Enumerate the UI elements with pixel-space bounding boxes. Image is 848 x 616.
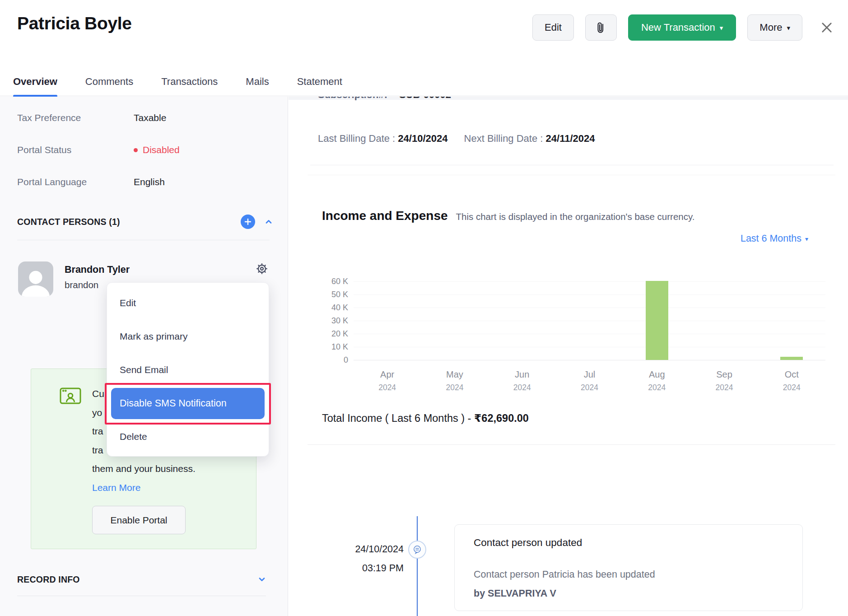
timeline-event-badge — [408, 541, 426, 559]
x-axis-tick-label: Oct2024 — [758, 369, 825, 392]
y-axis-tick-label: 50 K — [331, 290, 348, 299]
record-info-heading: RECORD INFO — [17, 574, 256, 585]
chevron-down-icon — [256, 574, 267, 585]
plus-icon — [244, 218, 252, 226]
x-axis-tick-label: Apr2024 — [354, 369, 421, 392]
chevron-down-icon: ▾ — [720, 24, 723, 31]
attachment-button[interactable] — [585, 14, 617, 41]
tabs-bar: OverviewCommentsTransactionsMailsStateme… — [0, 68, 848, 96]
expand-section-button[interactable] — [256, 574, 267, 585]
paperclip-icon — [594, 21, 608, 34]
portal-screen-icon — [59, 386, 82, 407]
record-info-header: RECORD INFO — [17, 574, 267, 585]
chevron-up-icon — [263, 216, 274, 227]
income-expense-header: Income and Expense This chart is display… — [322, 209, 694, 223]
y-axis-tick-label: 60 K — [331, 277, 348, 286]
subscription-row-clipped: Subscription#:SUB-00002 — [318, 97, 451, 101]
enable-portal-button[interactable]: Enable Portal — [92, 506, 186, 534]
gear-icon — [255, 262, 269, 275]
divider — [308, 444, 835, 445]
chart-range-dropdown[interactable]: Last 6 Months ▾ — [741, 233, 808, 244]
contact-person-settings-button[interactable] — [255, 262, 269, 275]
collapse-section-button[interactable] — [263, 216, 274, 227]
contact-persons-heading: CONTACT PERSONS (1) — [17, 217, 241, 227]
close-icon[interactable] — [819, 20, 834, 35]
detail-value: English — [134, 176, 165, 188]
detail-label: Tax Preference — [17, 112, 134, 124]
person-silhouette-icon — [18, 268, 53, 297]
detail-label: Portal Status — [17, 144, 134, 156]
income-expense-title: Income and Expense — [322, 209, 448, 223]
new-transaction-button[interactable]: New Transaction ▾ — [628, 14, 736, 41]
next-billing-value: 24/11/2024 — [546, 133, 595, 144]
tab-comments[interactable]: Comments — [85, 68, 133, 96]
x-axis-tick-label: Sep2024 — [690, 369, 758, 392]
chevron-down-icon: ▾ — [805, 236, 808, 242]
page-title: Patricia Boyle — [17, 14, 132, 33]
gridline — [354, 281, 825, 282]
more-button[interactable]: More ▾ — [747, 14, 802, 41]
subscription-value: SUB-00002 — [399, 97, 451, 100]
total-income-label: Total Income ( Last 6 Months ) - — [322, 412, 474, 424]
y-axis-tick-label: 40 K — [331, 303, 348, 313]
more-label: More — [759, 22, 782, 33]
detail-fields: Tax PreferenceTaxablePortal StatusDisabl… — [17, 112, 279, 208]
avatar — [18, 261, 53, 297]
divider — [308, 175, 835, 175]
menu-item-delete[interactable]: Delete — [107, 420, 269, 453]
timeline-event-title: Contact person updated — [474, 537, 582, 549]
menu-item-edit[interactable]: Edit — [107, 286, 269, 320]
gridline — [354, 360, 825, 360]
income-expense-subtitle: This chart is displayed in the organizat… — [456, 211, 695, 222]
chart-range-label: Last 6 Months — [741, 233, 801, 244]
subscription-label: Subscription#: — [318, 97, 387, 100]
comment-icon — [412, 544, 423, 555]
gridline — [354, 308, 825, 308]
tab-transactions[interactable]: Transactions — [161, 68, 218, 96]
tab-statement[interactable]: Statement — [297, 68, 342, 96]
menu-item-highlight[interactable]: Disable SMS Notification — [111, 388, 265, 419]
tab-mails[interactable]: Mails — [246, 68, 269, 96]
contact-person-context-menu: EditMark as primarySend EmailDisable SMS… — [107, 282, 269, 457]
menu-item-send-email[interactable]: Send Email — [107, 353, 269, 387]
x-axis-tick-label: Jul2024 — [556, 369, 623, 392]
new-transaction-label: New Transaction — [641, 22, 715, 33]
status-dot-icon — [134, 148, 138, 152]
detail-row-portal-status: Portal StatusDisabled — [17, 144, 279, 156]
chart-bar-oct-2024 — [780, 357, 803, 360]
detail-row-portal-language: Portal LanguageEnglish — [17, 176, 279, 188]
next-billing-label: Next Billing Date : — [464, 133, 543, 144]
learn-more-link[interactable]: Learn More — [92, 478, 196, 497]
gridline — [354, 334, 825, 334]
y-axis-tick-label: 10 K — [331, 342, 348, 352]
divider — [17, 240, 270, 240]
detail-label: Portal Language — [17, 176, 134, 188]
contact-persons-header: CONTACT PERSONS (1) — [17, 214, 274, 229]
menu-item-mark-as-primary[interactable]: Mark as primary — [107, 320, 269, 353]
tab-overview[interactable]: Overview — [13, 68, 57, 96]
detail-value: Disabled — [134, 144, 180, 156]
y-axis-tick-label: 0 — [344, 355, 348, 365]
x-axis-tick-label: May2024 — [421, 369, 488, 392]
y-axis-tick-label: 30 K — [331, 316, 348, 326]
gridline — [354, 347, 825, 347]
edit-button[interactable]: Edit — [532, 14, 574, 41]
add-contact-person-button[interactable] — [241, 215, 255, 229]
timeline-time: 03:19 PM — [289, 563, 404, 574]
menu-item-disable-sms-notification[interactable]: Disable SMS Notification — [107, 387, 269, 420]
chart-plot-area — [354, 281, 825, 360]
last-billing-label: Last Billing Date : — [318, 133, 395, 144]
last-billing-value: 24/10/2024 — [398, 133, 447, 144]
divider — [17, 596, 266, 596]
gridline — [354, 294, 825, 295]
timeline-event-description: Contact person Patricia has been updated — [474, 569, 655, 580]
x-axis-labels: Apr2024May2024Jun2024Jul2024Aug2024Sep20… — [354, 369, 825, 392]
timeline-date: 24/10/2024 — [289, 544, 404, 555]
y-axis-tick-label: 20 K — [331, 329, 348, 339]
total-income-line: Total Income ( Last 6 Months ) - ₹62,690… — [322, 412, 529, 425]
contact-details-window: Patricia Boyle Edit New Transaction ▾ Mo… — [0, 0, 848, 616]
total-income-value: ₹62,690.00 — [474, 412, 529, 424]
header-actions: Edit New Transaction ▾ More ▾ — [532, 14, 834, 41]
timeline-line — [417, 516, 418, 616]
divider — [310, 165, 834, 165]
